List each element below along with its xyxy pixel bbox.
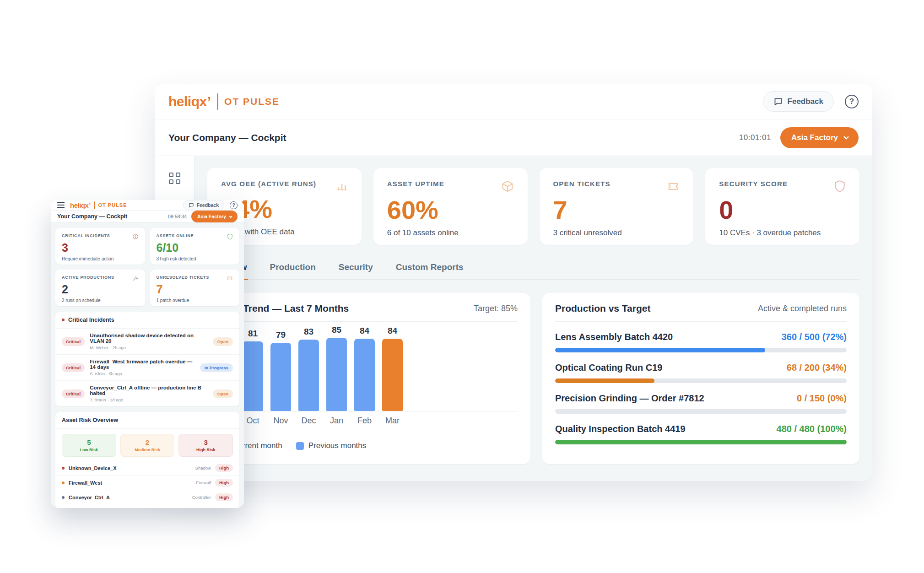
main-dashboard-window: heliqx’ OT PULSE Feedback ? Your Company… (155, 84, 872, 481)
incident-title: Unauthorised shadow device detected on V… (90, 333, 208, 344)
critical-incidents-card: Critical Incidents Critical Unauthorised… (55, 312, 239, 406)
production-row: Optical Coating Run C19 68 / 200 (34%) (555, 362, 847, 383)
incident-row: Critical Firewall_West firmware patch ov… (55, 355, 239, 381)
ticket-icon (227, 275, 233, 281)
clock: 10:01:01 (739, 133, 771, 142)
bar-chart: 81 79 83 85 (220, 324, 518, 411)
site-selector-button[interactable]: Asia Factory (780, 127, 859, 148)
progress-track (555, 348, 847, 352)
red-dot-icon (62, 319, 65, 321)
tab-production[interactable]: Production (269, 258, 317, 280)
tab-security[interactable]: Security (338, 258, 374, 280)
logo-divider (94, 201, 95, 209)
cube-icon (501, 180, 514, 193)
speech-bubble-icon (773, 97, 783, 106)
shield-icon (227, 233, 233, 240)
bar (270, 343, 291, 411)
device-row: Unknown_Device_X Shadow High (55, 461, 239, 475)
kpi-label: SECURITY SCORE (719, 180, 788, 188)
production-panel-subtitle: Active & completed runs (758, 304, 847, 314)
tab-bar: Overview Production Security Custom Repo… (207, 258, 859, 280)
brand-logo: heliqx’ OT PULSE (168, 93, 280, 110)
device-row: Conveyor_Ctrl_A Controller High (55, 490, 239, 504)
chart-target-label: Target: 85% (474, 304, 518, 314)
compact-dashboard-window: heliqx’ OT PULSE Feedback ? Your Company… (51, 200, 244, 508)
risk-badge: High (215, 464, 233, 472)
brand-logo-mark: ’ (207, 94, 211, 109)
ticket-icon (667, 180, 680, 193)
risk-chips-row: 5 Low Risk 2 Medium Risk 3 High Risk (55, 429, 239, 461)
kpi-subtitle: 3 critical unresolved (553, 228, 680, 238)
incident-meta: S. Klein · 5h ago (90, 371, 195, 376)
status-badge: Open (213, 337, 233, 346)
production-panel-title: Production vs Target (555, 303, 650, 314)
kpi-value: 0 (719, 197, 846, 223)
asset-risk-overview-card: Asset Risk Overview 5 Low Risk 2 Medium … (55, 412, 239, 508)
production-vs-target-panel: Production vs Target Active & completed … (542, 293, 859, 464)
slate-dot-icon (62, 496, 65, 499)
bar-chart-icon (336, 180, 348, 192)
device-list: Unknown_Device_X Shadow High Firewall_We… (55, 461, 239, 508)
hamburger-menu-icon[interactable] (57, 202, 65, 208)
x-axis-labels: Oct Nov Dec Jan Feb Mar (220, 416, 518, 426)
page: heliqx’ OT PULSE Feedback ? Your Company… (0, 0, 924, 573)
bar (382, 339, 403, 411)
bar-group: 81 (243, 329, 263, 411)
tab-custom-reports[interactable]: Custom Reports (395, 258, 465, 280)
kpi-subtitle: 6 of 10 assets online (387, 228, 514, 238)
chevron-down-icon (843, 134, 849, 140)
kpi-card-asset-uptime: ASSET UPTIME 60% 6 of 10 assets online (373, 168, 528, 245)
red-dot-icon (62, 467, 65, 470)
kpi-card-assets-online: ASSETS ONLINE 6/10 3 high risk detected (150, 228, 240, 265)
legend-swatch-previous (296, 442, 304, 450)
alert-circle-icon (132, 233, 139, 240)
kpi-card-active-productions: ACTIVE PRODUCTIONS 2 2 runs on schedule (55, 270, 145, 306)
incident-row: Critical Unauthorised shadow device dete… (55, 329, 239, 355)
feedback-label: Feedback (788, 97, 823, 106)
dashboard-grid-icon[interactable] (169, 173, 180, 184)
bar (243, 341, 263, 411)
device-row: Firewall_West Firewall High (55, 475, 239, 490)
bar (326, 338, 347, 411)
severity-badge: Critical (62, 337, 85, 346)
popup-brand-logo: heliqx’ OT PULSE (70, 201, 127, 209)
low-risk-chip: 5 Low Risk (62, 434, 116, 457)
critical-incidents-header: Critical Incidents (55, 312, 239, 329)
risk-badge: High (215, 479, 233, 487)
feedback-button[interactable]: Feedback (763, 91, 834, 112)
high-risk-chip: 3 High Risk (178, 434, 233, 457)
status-badge: Open (213, 389, 233, 398)
main-topbar-actions: Feedback ? (763, 91, 859, 112)
kpi-label: OPEN TICKETS (553, 180, 611, 188)
page-title: Your Company — Cockpit (168, 132, 286, 143)
kpi-card-security-score: SECURITY SCORE 0 10 CVEs · 3 overdue pat… (705, 168, 859, 245)
brand-wordmark: heliqx (168, 94, 207, 109)
incident-meta: T. Braun · 1d ago (90, 397, 208, 402)
bar-group: 85 (326, 325, 347, 411)
bar (354, 339, 375, 411)
incident-row: Critical Conveyor_Ctrl_A offline — produ… (55, 381, 239, 406)
popup-page-title: Your Company — Cockpit (57, 213, 127, 220)
main-titlebar: Your Company — Cockpit 10:01:01 Asia Fac… (155, 119, 872, 156)
popup-site-selector-button[interactable]: Asia Factory (191, 211, 238, 222)
progress-fill (555, 378, 654, 383)
main-topbar: heliqx’ OT PULSE Feedback ? (155, 84, 872, 119)
popup-help-icon[interactable]: ? (230, 201, 238, 209)
popup-topbar: heliqx’ OT PULSE Feedback ? (51, 200, 244, 211)
popup-content: CRITICAL INCIDENTS 3 Require immediate a… (51, 223, 244, 508)
popup-feedback-button[interactable]: Feedback (183, 200, 224, 210)
chevron-down-icon (229, 215, 232, 218)
progress-track (555, 378, 847, 383)
kpi-subtitle: 10 CVEs · 3 overdue patches (719, 228, 846, 238)
severity-badge: Critical (62, 389, 85, 398)
progress-fill (555, 348, 765, 352)
incident-title: Conveyor_Ctrl_A offline — production lin… (90, 385, 208, 396)
shield-icon (834, 180, 846, 193)
popup-kpi-grid: CRITICAL INCIDENTS 3 Require immediate a… (55, 228, 239, 306)
kpi-label: ASSET UPTIME (387, 180, 444, 188)
incident-title: Firewall_West firmware patch overdue — 1… (90, 359, 195, 370)
bar-group: 84 (382, 326, 403, 411)
bar-group: 83 (298, 327, 319, 411)
help-icon[interactable]: ? (845, 95, 859, 108)
kpi-card-critical-incidents: CRITICAL INCIDENTS 3 Require immediate a… (55, 228, 145, 265)
